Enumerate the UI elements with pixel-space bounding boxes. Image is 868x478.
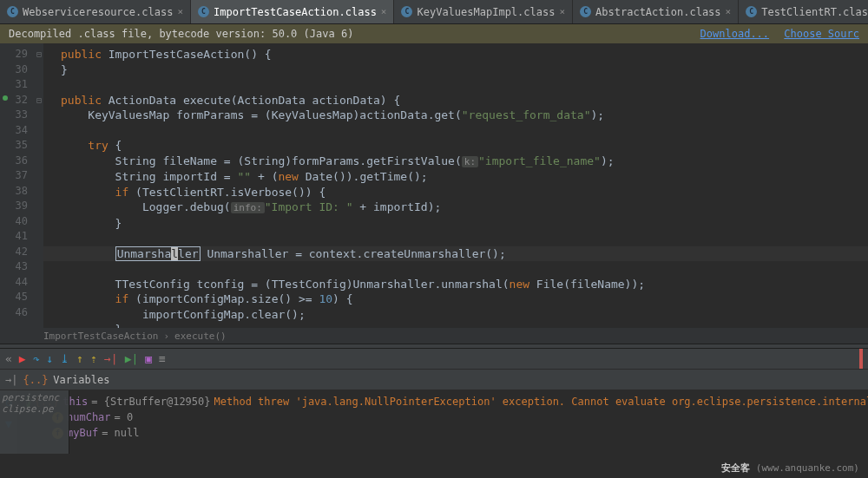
collapse-icon[interactable]: ⊟ (36, 93, 42, 108)
code-line: } (61, 323, 122, 328)
close-icon[interactable]: × (559, 6, 565, 17)
choose-source-link[interactable]: Choose Sourc (784, 28, 859, 40)
variables-tree[interactable]: P {..} this = {StrBuffer@12950} Method t… (17, 390, 868, 454)
watermark: 安全客 (www.anquanke.com) (721, 462, 859, 475)
back-icon[interactable]: « (5, 352, 12, 365)
breadcrumb[interactable]: ImportTestCaseAction › execute() (0, 328, 868, 344)
var-this[interactable]: P {..} this = {StrBuffer@12950} Method t… (26, 396, 859, 408)
breadcrumb-class[interactable]: ImportTestCaseAction (43, 331, 158, 342)
code-line: String importId = "" + (new Date()).getT… (61, 170, 428, 183)
var-mybuf[interactable]: f myBuf = null (26, 427, 859, 439)
code-editor[interactable]: 29⊟ 30 31 32⊟ 33 34 35 36 37 38 39 40 41… (0, 43, 868, 328)
code-line: KeyValuesMap formParams = (KeyValuesMap)… (61, 108, 604, 121)
banner-text: Decompiled .class file, bytecode version… (9, 28, 353, 40)
code-line: try { (61, 139, 122, 152)
frames-icon[interactable]: ▣ (145, 352, 152, 365)
tab-label: Webserviceresource.class (23, 6, 173, 18)
editor-tabs: C Webserviceresource.class × C ImportTes… (0, 0, 868, 24)
tab-label: AbstractAction.class (595, 6, 721, 18)
step-over-icon[interactable]: ↷ (33, 352, 40, 365)
code-line: public ActionData execute(ActionData act… (61, 94, 400, 107)
highlighted-line: Unmarshaller Unmarshaller = context.crea… (43, 246, 868, 262)
var-numchar[interactable]: f numChar = 0 (26, 411, 859, 423)
code-line: importConfigMap.clear(); (61, 308, 306, 321)
tab-keyvaluesmap[interactable]: C KeyValuesMapImpl.class × (394, 0, 573, 23)
code-line: if (TestClientRT.isVerbose()) { (61, 186, 326, 199)
tab-webservice[interactable]: C Webserviceresource.class × (0, 0, 191, 23)
selection-box: Unmarshaller (115, 246, 201, 261)
code-line: String fileName = (String)formParams.get… (61, 154, 615, 167)
tab-testclientrt[interactable]: C TestClientRT.class × (739, 0, 868, 23)
decompile-banner: Decompiled .class file, bytecode version… (0, 24, 868, 43)
code-line: if (importConfigMap.size() >= 10) { (61, 292, 353, 305)
collapse-icon[interactable]: →| (5, 374, 17, 386)
code-line: } (61, 63, 68, 76)
line-gutter: 29⊟ 30 31 32⊟ 33 34 35 36 37 38 39 40 41… (0, 43, 43, 328)
chevron-right-icon: › (163, 331, 169, 342)
tab-label: KeyValuesMapImpl.class (417, 6, 555, 18)
settings-icon[interactable]: ≡ (159, 352, 166, 365)
close-icon[interactable]: × (177, 6, 183, 17)
drop-frame-icon[interactable]: ⇡ (90, 352, 97, 365)
code-line: public ImportTestCaseAction() { (61, 48, 272, 61)
tab-abstractaction[interactable]: C AbstractAction.class × (573, 0, 739, 23)
class-icon: C (746, 6, 757, 17)
breadcrumb-method[interactable]: execute() (174, 331, 227, 342)
step-out-icon[interactable]: ↑ (76, 352, 83, 365)
variables-header: →| {..} Variables (0, 370, 868, 390)
resume-icon[interactable]: ▶ (19, 352, 26, 365)
variables-label: Variables (53, 374, 109, 386)
collapse-icon[interactable]: ⊟ (36, 47, 42, 62)
evaluate-icon[interactable]: ▶| (125, 352, 139, 365)
force-step-into-icon[interactable]: ⤓ (60, 352, 69, 365)
frames-overflow: persistenc clipse.pe (0, 390, 69, 454)
override-icon[interactable] (3, 95, 8, 101)
download-link[interactable]: Download... (700, 28, 769, 40)
step-into-icon[interactable]: ↓ (46, 352, 53, 365)
stop-indicator (859, 349, 863, 369)
code-area[interactable]: public ImportTestCaseAction() { } public… (43, 43, 868, 328)
class-icon: C (7, 6, 18, 17)
tab-label: ImportTestCaseAction.class (214, 6, 377, 18)
braces-icon: {..} (23, 374, 48, 386)
run-to-cursor-icon[interactable]: →| (104, 352, 118, 365)
tab-importtestcase[interactable]: C ImportTestCaseAction.class × (191, 0, 394, 23)
code-line: Logger.debug(info:"Import ID: " + import… (61, 200, 441, 213)
class-icon: C (401, 6, 412, 17)
class-icon: C (198, 6, 209, 17)
code-line: TTestConfig tconfig = (TTestConfig)Unmar… (61, 278, 645, 291)
close-icon[interactable]: × (381, 6, 387, 17)
tab-label: TestClientRT.class (761, 6, 868, 18)
debug-toolbar: « ▶ ↷ ↓ ⤓ ↑ ⇡ →| ▶| ▣ ≡ (0, 349, 868, 370)
debug-panel: ↻ ▼ P {..} this = {StrBuffer@12950} Meth… (0, 390, 868, 454)
close-icon[interactable]: × (726, 6, 732, 17)
class-icon: C (580, 6, 591, 17)
banner-actions: Download... Choose Sourc (692, 28, 859, 40)
code-line: } (61, 217, 122, 230)
